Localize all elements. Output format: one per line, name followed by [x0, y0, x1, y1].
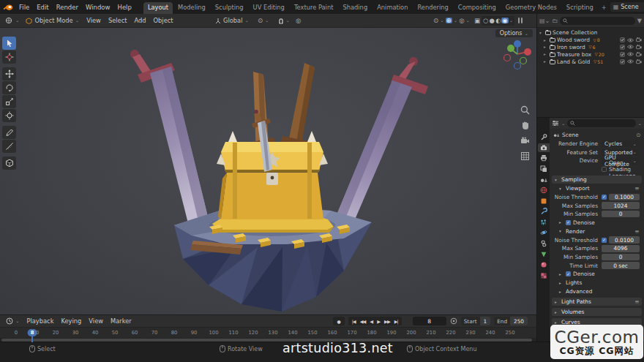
tool-cursor[interactable]: [2, 50, 16, 64]
tab-rendering[interactable]: Rendering: [413, 2, 452, 14]
3d-viewport[interactable]: Options ⌄: [0, 28, 536, 314]
viewport-noise-threshold-field[interactable]: 0.1000: [609, 194, 640, 201]
prev-keyframe-button[interactable]: ◀◀: [358, 319, 368, 324]
viewport-denoise-checkbox[interactable]: ✓: [566, 220, 571, 225]
play-reverse-button[interactable]: ◀: [367, 319, 375, 324]
toggle-xray-icon[interactable]: ▣: [474, 18, 480, 24]
properties-tab-output-icon[interactable]: [538, 154, 550, 162]
disable-render-camera-icon[interactable]: [636, 45, 642, 50]
render-denoise-row[interactable]: ▸✓ Denoise: [552, 271, 642, 278]
menu-edit[interactable]: Edit: [33, 3, 52, 12]
preset-icon[interactable]: ≡: [634, 228, 639, 235]
timeline-menu-marker[interactable]: Marker: [107, 317, 135, 325]
render-engine-select[interactable]: Cycles⌄: [602, 140, 640, 148]
navigation-gizmo[interactable]: [501, 38, 533, 72]
tab-texture-paint[interactable]: Texture Paint: [290, 2, 338, 14]
tab-geometry-nodes[interactable]: Geometry Nodes: [501, 2, 561, 14]
timeline-menu-keying[interactable]: Keying: [57, 317, 85, 325]
tab-shading[interactable]: Shading: [338, 2, 372, 14]
viewport-menu-object[interactable]: Object: [150, 16, 177, 25]
sampling-section-header[interactable]: ▾Sampling: [552, 176, 642, 184]
light-paths-section-header[interactable]: ▸Light Paths ≡: [552, 298, 642, 306]
tool-measure[interactable]: [2, 140, 16, 153]
volumes-section-header[interactable]: ▸Volumes: [552, 308, 642, 316]
outliner-item-iron-sword[interactable]: ▸Iron sword▽6: [537, 44, 644, 51]
blender-logo-icon[interactable]: [3, 4, 13, 11]
scene-3d-render[interactable]: [0, 28, 536, 314]
play-button[interactable]: ▶: [375, 319, 382, 324]
properties-tab-physics-icon[interactable]: [538, 228, 550, 237]
camera-view-icon[interactable]: [520, 136, 530, 146]
properties-options-chevron-icon[interactable]: ⌄: [638, 121, 642, 127]
shading-solid-icon[interactable]: ●: [489, 18, 494, 24]
menu-file[interactable]: File: [15, 3, 33, 12]
show-overlays-icon[interactable]: ◎: [459, 18, 464, 24]
viewport-menu-add[interactable]: Add: [130, 16, 149, 25]
add-workspace-button[interactable]: +: [599, 2, 610, 14]
overlays-chevron-icon[interactable]: ⌄: [466, 18, 470, 23]
noise-threshold-checkbox[interactable]: ✓: [602, 195, 607, 200]
tab-layout[interactable]: Layout: [143, 2, 173, 14]
render-noise-threshold-checkbox[interactable]: ✓: [602, 238, 607, 243]
viewport-subsection-header[interactable]: ▾Viewport ≡: [552, 184, 642, 192]
disable-render-camera-icon[interactable]: [636, 59, 642, 64]
properties-tab-material-icon[interactable]: [538, 260, 550, 269]
jump-end-button[interactable]: ▶|: [392, 319, 400, 324]
expand-icon[interactable]: ▸: [544, 38, 547, 42]
outliner-filter-dropdown-icon[interactable]: ▤⌄: [539, 18, 550, 24]
preset-icon[interactable]: ≡: [634, 298, 639, 305]
osl-checkbox[interactable]: [602, 167, 607, 172]
preset-icon[interactable]: ≡: [634, 185, 639, 192]
viewport-menu-view[interactable]: View: [83, 16, 105, 25]
time-limit-field[interactable]: 0 sec: [602, 262, 640, 269]
hide-eye-icon[interactable]: [627, 52, 634, 56]
shading-rendered-icon[interactable]: ◉: [501, 18, 508, 24]
properties-tab-tool-icon[interactable]: [538, 132, 550, 141]
expand-icon[interactable]: ▸: [544, 45, 547, 49]
pause-bars-icon[interactable]: [518, 18, 523, 23]
timeline-menu-playback[interactable]: Playback: [23, 317, 57, 325]
properties-tab-view-layer-icon[interactable]: [538, 165, 550, 173]
exclude-checkbox[interactable]: [620, 37, 625, 42]
outliner-root-row[interactable]: ▾ Scene Collection: [537, 29, 644, 37]
properties-search-input[interactable]: [567, 119, 635, 127]
properties-tab-modifiers-icon[interactable]: [538, 207, 550, 216]
exclude-checkbox[interactable]: [620, 52, 625, 57]
viewport-denoise-row[interactable]: ▸✓ Denoise: [552, 219, 642, 226]
collection-name[interactable]: Iron sword: [557, 44, 585, 50]
collection-name[interactable]: Land & Gold: [557, 59, 590, 65]
tool-transform[interactable]: [2, 109, 16, 122]
outliner-filter-funnel-icon[interactable]: ▼: [637, 18, 642, 24]
tool-select-box[interactable]: [2, 37, 16, 50]
frame-ruler[interactable]: 8 01020304050607080901001101201301401501…: [0, 327, 536, 338]
gizmos-chevron-icon[interactable]: ⌄: [454, 18, 457, 23]
timeline-editor-type-button[interactable]: ⌄: [3, 317, 22, 325]
proportional-editing-icon[interactable]: ◎: [296, 18, 301, 24]
jump-start-button[interactable]: |◀: [350, 319, 358, 324]
disable-render-camera-icon[interactable]: [636, 52, 642, 57]
viewport-menu-select[interactable]: Select: [105, 16, 131, 25]
timeline-menu-view[interactable]: View: [85, 317, 107, 325]
advanced-subsection-header[interactable]: ▸Advanced: [552, 287, 642, 295]
auto-keying-button[interactable]: ●: [333, 317, 344, 325]
properties-tab-scene-icon[interactable]: [538, 175, 550, 184]
properties-editor-chevron-icon[interactable]: ⌄: [561, 121, 565, 127]
tool-add-cube[interactable]: [2, 157, 16, 170]
shading-wireframe-icon[interactable]: ○: [483, 18, 488, 24]
disable-render-camera-icon[interactable]: [636, 37, 642, 42]
properties-tab-render-icon[interactable]: [538, 143, 550, 152]
properties-tab-particles-icon[interactable]: [538, 218, 550, 227]
orientation-selector[interactable]: Global ⌄: [212, 16, 252, 25]
shading-chevron-icon[interactable]: ⌄: [509, 18, 513, 23]
viewport-max-samples-field[interactable]: 1024: [602, 202, 640, 209]
render-denoise-checkbox[interactable]: ✓: [566, 271, 571, 276]
tab-sculpting[interactable]: Sculpting: [211, 2, 248, 14]
properties-tab-object-data-icon[interactable]: [538, 250, 550, 259]
visibility-chevron-icon[interactable]: ⌄: [440, 18, 443, 23]
hide-eye-icon[interactable]: [627, 38, 634, 42]
properties-tab-world-icon[interactable]: [538, 186, 550, 195]
render-subsection-header[interactable]: ▾Render ≡: [552, 227, 642, 235]
collection-name[interactable]: Treasure box: [557, 51, 591, 58]
collection-name[interactable]: Wood sword: [557, 37, 590, 43]
pivot-point-button[interactable]: ⊙⌄: [255, 17, 272, 25]
